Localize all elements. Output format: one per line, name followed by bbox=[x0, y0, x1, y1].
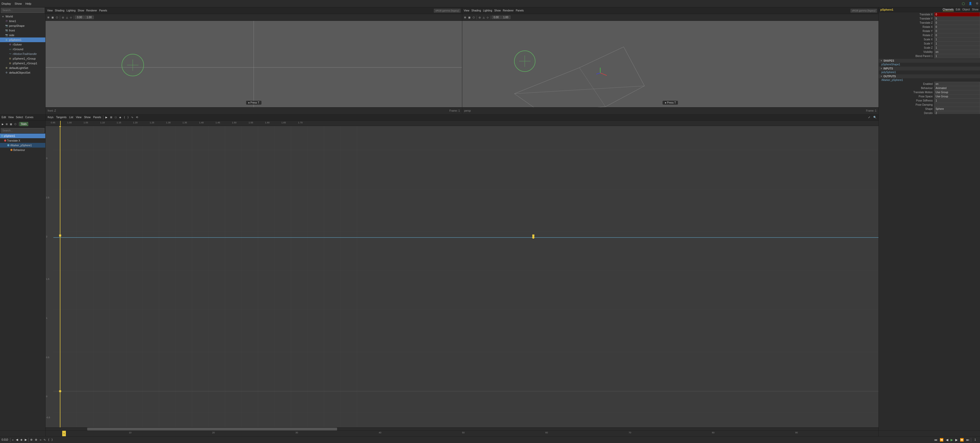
vp2-panels[interactable]: Panels bbox=[515, 9, 524, 12]
vp2-btn5[interactable]: △ bbox=[482, 16, 485, 19]
bt-keys1[interactable]: ⊕ bbox=[29, 438, 33, 442]
ma-value-pose-stiffness[interactable]: 1 bbox=[934, 98, 980, 103]
ma-value-pose-damping[interactable] bbox=[934, 103, 980, 107]
outliner-item-objectset[interactable]: ⚙ defaultObjectSet bbox=[0, 70, 45, 75]
vp1-btn4[interactable]: ◎ bbox=[61, 16, 65, 19]
tab-channels[interactable]: Channels bbox=[943, 8, 954, 11]
vp1-panels[interactable]: Panels bbox=[99, 9, 107, 12]
outliner-item-lightset[interactable]: ⚙ defaultLightSet bbox=[0, 65, 45, 70]
bt-curve1[interactable]: ≈ bbox=[39, 438, 42, 442]
ge-tb-icon5[interactable]: ⟨ bbox=[123, 115, 126, 120]
pb-next-key-btn[interactable]: ⏩ bbox=[959, 438, 965, 442]
vp2-time-field[interactable]: 0.00 bbox=[492, 16, 501, 19]
attr-value-bp[interactable]: 1 bbox=[934, 54, 980, 58]
attr-value-sz[interactable]: 1 bbox=[934, 46, 980, 50]
vp1-shading[interactable]: Shading bbox=[55, 9, 65, 12]
ge-content[interactable]: 3 2.5 2 1.5 1 0.5 0 -0.5 bbox=[46, 126, 878, 427]
ge-hscroll-thumb[interactable] bbox=[87, 428, 337, 430]
ge-tb-icon6[interactable]: ⟩ bbox=[127, 115, 130, 120]
ge-select[interactable]: Select bbox=[16, 116, 23, 119]
ge-hscroll[interactable] bbox=[46, 427, 878, 430]
ge-item-tx[interactable]: Translate X bbox=[0, 138, 45, 143]
ge-tb-icon7[interactable]: ∿ bbox=[130, 115, 134, 120]
ts-playhead[interactable]: 1 bbox=[62, 431, 66, 436]
vp2-lighting[interactable]: Lighting bbox=[483, 9, 492, 12]
tab-object[interactable]: Object bbox=[962, 8, 970, 11]
ge-tb-icon4[interactable]: ◈ bbox=[118, 115, 123, 120]
ge-tb-view[interactable]: View bbox=[75, 115, 83, 120]
attr-value-tz[interactable]: 0 bbox=[934, 21, 980, 25]
ge-tb-keys[interactable]: Keys bbox=[46, 115, 54, 120]
outliner-item-front[interactable]: 📷 front bbox=[0, 28, 45, 33]
inputs-item[interactable]: polySphere1 bbox=[879, 70, 980, 74]
vp2-btn3[interactable]: ⬡ bbox=[472, 16, 476, 19]
bt-next-frame[interactable]: ▶ bbox=[24, 438, 28, 442]
shapes-item[interactable]: pSphereShape1 bbox=[879, 63, 980, 66]
ma-value-enabled[interactable]: on bbox=[934, 82, 980, 86]
pb-step-back[interactable]: ◀ bbox=[945, 438, 949, 442]
ge-item-behaviour[interactable]: Behaviour bbox=[0, 148, 45, 152]
vp2-show[interactable]: Show bbox=[494, 9, 501, 12]
pb-to-start[interactable]: ⏮ bbox=[934, 438, 938, 442]
ge-tb-tangents[interactable]: Tangents bbox=[55, 115, 68, 120]
menu-display[interactable]: Display bbox=[2, 2, 11, 5]
outliner-item-rground[interactable]: ▭ rGround bbox=[0, 47, 45, 52]
vp1-view[interactable]: View bbox=[47, 9, 53, 12]
ge-tb-show[interactable]: Show bbox=[83, 115, 92, 120]
vp2-shading[interactable]: Shading bbox=[471, 9, 481, 12]
ge-tb-icon1[interactable]: ▶ bbox=[104, 115, 108, 120]
ge-tb-panels[interactable]: Panels bbox=[92, 115, 102, 120]
vp2-zoom-field[interactable]: 1.00 bbox=[501, 16, 511, 19]
pb-step-fwd[interactable]: ▶ bbox=[955, 438, 958, 442]
ge-tb-icon3[interactable]: □ bbox=[114, 115, 118, 120]
outliner-item-time1[interactable]: ⏱ time1 bbox=[0, 19, 45, 24]
outliner-item-group2[interactable]: ⊞ pSphere1_rGroup1 bbox=[0, 61, 45, 65]
vp1-btn2[interactable]: ▦ bbox=[51, 16, 55, 19]
vp2-btn4[interactable]: ◎ bbox=[478, 16, 482, 19]
attr-value-ry[interactable]: 0 bbox=[934, 29, 980, 33]
ge-icon3[interactable]: ▦ bbox=[9, 122, 13, 126]
ma-value-density[interactable]: 2 bbox=[934, 111, 980, 114]
vp1-renderer[interactable]: Renderer bbox=[86, 9, 97, 12]
vp1-lighting[interactable]: Lighting bbox=[66, 9, 75, 12]
ts-track[interactable]: 1 10 20 30 40 50 60 70 80 90 1 bbox=[46, 431, 878, 436]
tab-edit[interactable]: Edit bbox=[956, 8, 960, 11]
attr-value-vis[interactable]: on bbox=[934, 50, 980, 54]
tab-show[interactable]: Show bbox=[972, 8, 978, 11]
menu-show[interactable]: Show bbox=[14, 2, 22, 5]
viewport-front[interactable]: ● Press T front -Z Frame: 1 bbox=[46, 21, 462, 114]
bt-keys2[interactable]: ⊗ bbox=[34, 438, 38, 442]
timeslider[interactable]: 1 10 20 30 40 50 60 70 80 90 1 bbox=[0, 430, 980, 436]
vp1-btn1[interactable]: ⊞ bbox=[46, 16, 50, 19]
outliner-search[interactable] bbox=[1, 8, 44, 13]
vp2-view[interactable]: View bbox=[464, 9, 469, 12]
pb-to-end[interactable]: ⏭ bbox=[966, 438, 970, 442]
viewport-persp[interactable]: ● Press T persp Frame: 1 bbox=[462, 21, 879, 114]
vp1-btn6[interactable]: ◇ bbox=[69, 16, 73, 19]
outliner-item-world[interactable]: ◈ World bbox=[0, 14, 45, 19]
bt-tangent1[interactable]: ⟨ bbox=[48, 438, 50, 442]
vp1-time-field[interactable]: 0.00 bbox=[75, 16, 84, 19]
outliner-item-persp[interactable]: 📷 perspShape bbox=[0, 24, 45, 28]
vp2-btn1[interactable]: ⊞ bbox=[463, 16, 467, 19]
ge-tb-fit[interactable]: ⤢ bbox=[867, 115, 871, 120]
ge-tb-icon2[interactable]: ⊞ bbox=[109, 115, 113, 120]
ge-icon1[interactable]: ▶ bbox=[1, 122, 5, 126]
vp2-btn6[interactable]: ◇ bbox=[486, 16, 489, 19]
ma-value-shape[interactable]: Sphere bbox=[934, 107, 980, 111]
bt-marker[interactable]: ◈ bbox=[19, 438, 23, 442]
vp1-btn5[interactable]: △ bbox=[65, 16, 69, 19]
bt-prev-frame[interactable]: ◀ bbox=[15, 438, 19, 442]
ge-edit[interactable]: Edit bbox=[2, 116, 6, 119]
ge-view[interactable]: View bbox=[8, 116, 14, 119]
outliner-item-rsolver[interactable]: ⚙ rSolver bbox=[0, 42, 45, 47]
outliner-item-rmotiontrail[interactable]: 〜 rMotionTrailHandle bbox=[0, 52, 45, 56]
ge-item-psphere[interactable]: pSphere1 bbox=[0, 133, 45, 138]
shapes-section-header[interactable]: SHAPES bbox=[879, 59, 980, 63]
ge-tb-zoom[interactable]: 🔍 bbox=[872, 115, 877, 120]
vp2-btn2[interactable]: ▦ bbox=[468, 16, 471, 19]
ge-search-input[interactable] bbox=[1, 128, 44, 133]
attr-value-tx[interactable]: 0 bbox=[934, 13, 980, 17]
bt-curve2[interactable]: ∿ bbox=[43, 438, 46, 442]
attr-value-rx[interactable]: 0 bbox=[934, 25, 980, 29]
